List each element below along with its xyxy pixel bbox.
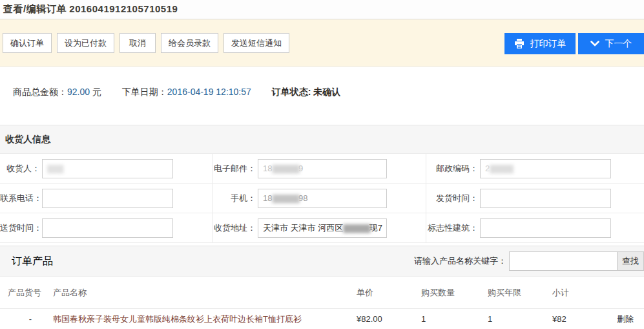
header-price: 单价 [357,287,421,299]
field-shiptime-input[interactable] [480,189,611,208]
row-sku: - [8,314,53,324]
order-status-value: 未确认 [313,87,340,97]
title-bar: 查看/编辑订单 2016041912105710519 [0,0,644,19]
field-address: 收货地址： 天津市 天津市 河西区███████现7 [213,213,426,242]
field-address-input[interactable]: 天津市 天津市 河西区███████现7 [258,218,387,238]
order-summary: 商品总金额：92.00 元 下单日期：2016-04-19 12:10:57 订… [0,67,644,125]
row-delete-link[interactable]: 删除 [617,313,644,325]
field-address-label: 收货地址： [213,222,256,234]
record-payment-button[interactable]: 给会员录款 [161,33,218,53]
toolbar-right-group: 打印订单 下一个 [504,33,644,54]
form-row-3: 送货时间： 收货地址： 天津市 天津市 河西区███████现7 标志性建筑： [0,213,644,243]
order-date-value: 2016-04-19 12:10:57 [167,87,251,97]
field-consignee: 收货人： ████ [0,154,213,183]
field-shiptime: 发货时间： [426,184,644,213]
field-deliverytime-label: 送货时间： [0,222,40,234]
field-landmark: 标志性建筑： [426,213,644,242]
order-date: 下单日期：2016-04-19 12:10:57 [122,87,251,97]
field-mobile-label: 手机： [213,193,256,204]
address-value: 天津市 天津市 河西区 [263,222,343,234]
print-order-label: 打印订单 [530,38,566,50]
recipient-section-title: 收货人信息 [0,134,50,145]
row-price: ¥82.00 [357,314,421,324]
total-amount-label: 商品总金额： [13,87,67,97]
field-phone: 联系电话： [0,184,213,213]
page-title: 查看/编辑订单 2016041912105710519 [3,3,178,16]
mobile-redacted: ███████ [272,195,298,202]
next-order-label: 下一个 [605,38,632,50]
field-deliverytime-input[interactable] [42,218,173,238]
product-search-label: 请输入产品名称关键字： [414,255,506,267]
order-status: 订单状态: 未确认 [272,87,341,97]
header-qty: 购买数量 [421,287,488,299]
product-search-button[interactable]: 查找 [618,251,644,271]
products-table-header: 产品货号 产品名称 单价 购买数量 购买年限 小计 [0,277,644,309]
products-section-bar: 订单产品 请输入产品名称关键字： 查找 [0,246,644,277]
header-name: 产品名称 [53,287,357,299]
field-email-input[interactable]: 18███████9 [258,159,387,178]
row-subtotal: ¥82 [552,314,617,324]
order-status-label: 订单状态: [272,87,311,97]
total-amount-unit-text: 元 [92,87,101,97]
printer-icon [514,39,525,48]
recipient-section-bar: 收货人信息 [0,125,644,154]
field-email-label: 电子邮件： [213,163,256,175]
field-consignee-label: 收货人： [0,163,40,175]
header-subtotal: 小计 [552,287,617,299]
email-value: 18 [263,164,272,173]
field-consignee-input[interactable]: ████ [42,159,173,178]
next-order-button[interactable]: 下一个 [578,33,644,54]
order-date-label: 下单日期： [122,87,167,97]
consignee-redacted: ████ [47,165,62,173]
address-redacted: ███████ [343,224,369,232]
row-qty: 1 [421,314,488,324]
field-zipcode-label: 邮政编码： [426,163,478,175]
product-search: 请输入产品名称关键字： 查找 [414,251,644,271]
total-amount-value: 92.00 [67,87,90,97]
email-redacted: ███████ [272,165,298,173]
send-sms-button[interactable]: 发送短信通知 [223,33,289,53]
product-search-input[interactable] [509,251,618,271]
field-mobile-input[interactable]: 18███████98 [258,189,387,208]
mobile-value-end: 98 [298,193,307,203]
field-landmark-input[interactable] [480,218,611,238]
field-mobile: 手机： 18███████98 [213,184,426,213]
field-zipcode: 邮政编码： 2██████ [426,154,644,183]
row-years: 1 [488,314,552,324]
field-shiptime-label: 发货时间： [426,193,478,204]
confirm-order-button[interactable]: 确认订单 [3,33,52,53]
header-years: 购买年限 [488,287,552,299]
form-row-1: 收货人： ████ 电子邮件： 18███████9 邮政编码： 2██████ [0,154,644,184]
print-order-button[interactable]: 打印订单 [504,33,576,54]
row-product-name-link[interactable]: 韩国春秋亲子装母女儿童韩版纯棉条纹衫上衣荷叶边长袖T恤打底衫 [53,313,357,325]
zipcode-value: 2 [485,164,490,173]
recipient-form: 收货人： ████ 电子邮件： 18███████9 邮政编码： 2██████… [0,154,644,243]
field-zipcode-input[interactable]: 2██████ [480,159,611,178]
field-phone-input[interactable] [42,189,173,208]
email-value-end: 9 [298,164,303,173]
mobile-value: 18 [263,193,272,203]
products-section-title: 订单产品 [0,255,53,268]
total-amount: 商品总金额：92.00 元 [13,87,101,97]
field-deliverytime: 送货时间： [0,213,213,242]
field-email: 电子邮件： 18███████9 [213,154,426,183]
field-phone-label: 联系电话： [0,193,40,204]
table-row: - 韩国春秋亲子装母女儿童韩版纯棉条纹衫上衣荷叶边长袖T恤打底衫 ¥82.00 … [0,309,644,329]
form-row-2: 联系电话： 手机： 18███████98 发货时间： [0,184,644,213]
chevron-down-icon [590,41,599,47]
toolbar: 确认订单 设为已付款 取消 给会员录款 发送短信通知 打印订单 下一个 [0,19,644,67]
order-edit-page: 查看/编辑订单 2016041912105710519 确认订单 设为已付款 取… [0,0,644,329]
set-paid-button[interactable]: 设为已付款 [57,33,114,53]
header-sku: 产品货号 [8,287,53,299]
field-landmark-label: 标志性建筑： [426,222,478,234]
zipcode-redacted: ██████ [490,165,512,173]
address-value-end: 现7 [369,222,382,234]
cancel-button[interactable]: 取消 [119,33,156,53]
